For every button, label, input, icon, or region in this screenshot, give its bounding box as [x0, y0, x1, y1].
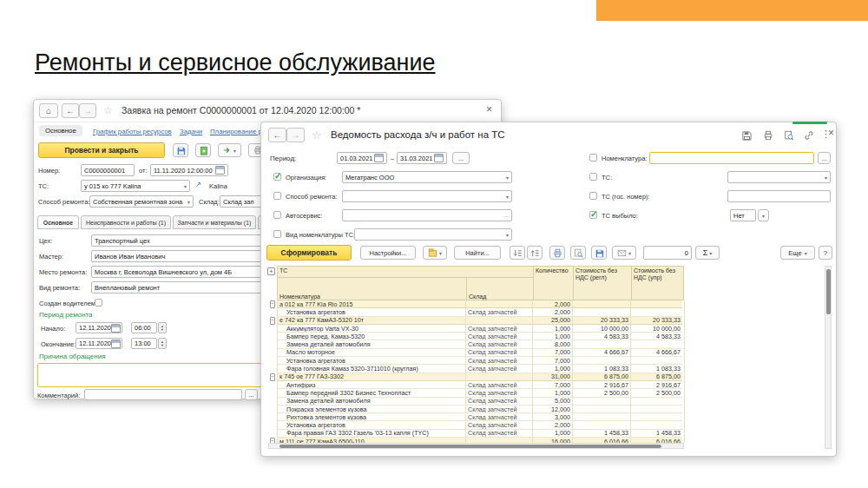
- table-row[interactable]: − Масло моторное Склад запчастей 7,000 4…: [268, 349, 684, 357]
- nav-tab-main[interactable]: Основное: [39, 125, 82, 136]
- nomenclature-checkbox[interactable]: ✓: [589, 154, 597, 162]
- post-document-button[interactable]: [195, 143, 211, 157]
- start-date-input[interactable]: 12.11.2020: [76, 322, 122, 333]
- close-button[interactable]: ×: [828, 127, 834, 139]
- table-row[interactable]: − Фара правая ГАЗ 3302 Газель '03-13 кап…: [268, 430, 684, 438]
- repair-place-input[interactable]: Москва г, Всеволода Вишневского ул, дом …: [91, 266, 265, 278]
- v-scrollbar-thumb[interactable]: [826, 269, 831, 314]
- detail-tab-faults[interactable]: Неисправности и работы (1): [81, 215, 171, 229]
- end-date-input[interactable]: 12.11.2020: [76, 338, 122, 349]
- sum-button[interactable]: Σ▾: [695, 246, 720, 260]
- created-by-driver-checkbox[interactable]: ✓: [95, 299, 102, 307]
- reason-textarea[interactable]: [37, 363, 261, 387]
- table-row[interactable]: − к 745 ое 777 ГАЗ-3302 31,000 6 875,00 …: [268, 373, 684, 381]
- plate-number-checkbox[interactable]: ✓: [589, 192, 597, 200]
- calendar-icon[interactable]: [215, 166, 225, 175]
- nav-tab-tasks[interactable]: Задачи: [180, 128, 202, 135]
- dots-icon[interactable]: ...: [503, 213, 509, 218]
- calendar-icon[interactable]: [111, 324, 121, 333]
- vehicle-input[interactable]: ▾: [727, 171, 831, 183]
- table-row[interactable]: − Аккумулятор Varta VX-30 Склад запчасте…: [268, 325, 684, 333]
- period-from-input[interactable]: 01.03.2021: [337, 152, 387, 164]
- dropdown-icon[interactable]: ▾: [823, 175, 827, 181]
- dropdown-icon[interactable]: ▾: [504, 232, 509, 238]
- column-header-quantity[interactable]: Количество: [533, 267, 573, 300]
- table-row[interactable]: − Рихтовка элементов кузова Склад запчас…: [268, 413, 684, 421]
- column-header-vehicle[interactable]: ТС: [278, 267, 533, 278]
- h-scrollbar[interactable]: [268, 443, 684, 449]
- v-scrollbar[interactable]: [825, 266, 832, 449]
- find-button[interactable]: Найти...: [454, 246, 501, 260]
- print-button[interactable]: [760, 129, 776, 142]
- calendar-icon[interactable]: [111, 340, 121, 348]
- repair-method-checkbox[interactable]: ✓: [273, 192, 281, 200]
- vehicle-input[interactable]: у 015 ко 777 Kalina▾: [81, 180, 190, 192]
- organization-input[interactable]: Мегатранс ООО▾: [342, 171, 512, 183]
- table-row[interactable]: − Бампер передний 3302 Бизнес Технопласт…: [268, 389, 684, 397]
- vehicle-retired-checkbox[interactable]: ✓: [589, 211, 597, 219]
- forward-button[interactable]: →: [286, 128, 305, 142]
- back-button[interactable]: ←: [62, 103, 79, 118]
- forward-button[interactable]: →: [79, 103, 96, 118]
- table-row[interactable]: − Бампер перед. Камаз-5320 Склад запчаст…: [268, 333, 684, 340]
- detail-tab-parts[interactable]: Запчасти и материалы (1): [173, 215, 256, 229]
- autoservice-input[interactable]: ...: [342, 209, 512, 221]
- repair-method-input[interactable]: Собственная ремонтная зона▾: [89, 195, 194, 208]
- more-button[interactable]: Еще▾: [780, 246, 815, 260]
- number-input[interactable]: С0000000001: [81, 164, 135, 176]
- comment-dots-button[interactable]: ...: [245, 389, 258, 400]
- favorite-star-icon[interactable]: ☆: [103, 104, 113, 116]
- dropdown-icon[interactable]: ▾: [504, 175, 509, 181]
- nomenclature-kind-input[interactable]: ▾: [354, 228, 512, 241]
- table-row[interactable]: − Установка агрегатов Склад запчастей 2,…: [268, 308, 684, 316]
- calendar-icon[interactable]: [374, 154, 384, 162]
- nomenclature-kind-checkbox[interactable]: ✓: [273, 230, 281, 238]
- calendar-icon[interactable]: [434, 154, 444, 162]
- print-button[interactable]: [549, 246, 565, 260]
- save-button[interactable]: [173, 143, 188, 157]
- nav-tab-resource-schedule[interactable]: График работы ресурсов: [93, 128, 172, 135]
- table-row[interactable]: − Замена деталей автомобиля Склад запчас…: [268, 340, 684, 348]
- period-to-input[interactable]: 31.03.2021: [397, 152, 447, 164]
- vehicle-retired-dropdown[interactable]: ▾: [758, 209, 769, 221]
- post-and-close-button[interactable]: Провести и закрыть: [38, 142, 165, 158]
- collapse-groups-button[interactable]: [510, 246, 525, 260]
- dropdown-icon[interactable]: ▾: [182, 183, 187, 189]
- row-counter-field[interactable]: 0: [643, 246, 692, 260]
- help-button[interactable]: ?: [819, 246, 832, 260]
- end-time-input[interactable]: 13:00: [131, 338, 157, 349]
- table-row[interactable]: − Фара головная Камаз 5320-3711010 (круг…: [268, 365, 684, 373]
- master-input[interactable]: Иванов Иван Иванович: [91, 250, 265, 262]
- detail-tab-main[interactable]: Основное: [37, 215, 79, 229]
- column-header-warehouse[interactable]: Склад: [466, 278, 533, 301]
- dropdown-icon[interactable]: ▾: [186, 199, 190, 205]
- expand-all-button[interactable]: +: [267, 267, 275, 275]
- plate-number-input[interactable]: [727, 190, 831, 202]
- table-row[interactable]: − е 742 ка 777 КамАЗ-5320 10т 25,000 20 …: [268, 317, 684, 325]
- open-link-icon[interactable]: ↗: [195, 181, 201, 188]
- report-variants-button[interactable]: ▾: [423, 246, 447, 260]
- date-input[interactable]: 11.11.2020 12:00:00: [150, 164, 228, 176]
- favorite-star-icon[interactable]: ☆: [312, 129, 322, 142]
- save-button[interactable]: [591, 246, 607, 260]
- send-mail-button[interactable]: ▾: [612, 246, 636, 260]
- workshop-input[interactable]: Транспортный цех: [91, 234, 265, 247]
- collapse-row-icon[interactable]: −: [270, 300, 275, 308]
- table-row[interactable]: − а 012 ка 777 Kia Rio 2015 2,000: [268, 300, 684, 308]
- preview-button[interactable]: [570, 246, 586, 260]
- nomenclature-input[interactable]: [649, 152, 814, 164]
- generate-button[interactable]: Сформировать: [266, 245, 352, 260]
- table-row[interactable]: − Антифриз Склад запчастей 7,000 2 916,6…: [268, 381, 684, 389]
- table-row[interactable]: − Установка агрегатов Склад запчастей 7,…: [268, 357, 684, 365]
- repair-method-input[interactable]: ▾: [342, 190, 512, 202]
- dropdown-icon[interactable]: ▾: [504, 194, 509, 200]
- autoservice-checkbox[interactable]: ✓: [273, 211, 281, 219]
- collapse-row-icon[interactable]: −: [270, 317, 275, 325]
- period-dots-button[interactable]: ...: [452, 152, 470, 164]
- organization-checkbox[interactable]: ✓: [273, 173, 281, 181]
- expand-groups-button[interactable]: [527, 246, 542, 260]
- movements-dropdown-button[interactable]: ▾: [218, 143, 241, 157]
- repair-kind-input[interactable]: Внеплановый ремонт: [91, 281, 265, 293]
- vehicle-checkbox[interactable]: ✓: [589, 173, 597, 181]
- nomenclature-dots-button[interactable]: ...: [818, 152, 831, 164]
